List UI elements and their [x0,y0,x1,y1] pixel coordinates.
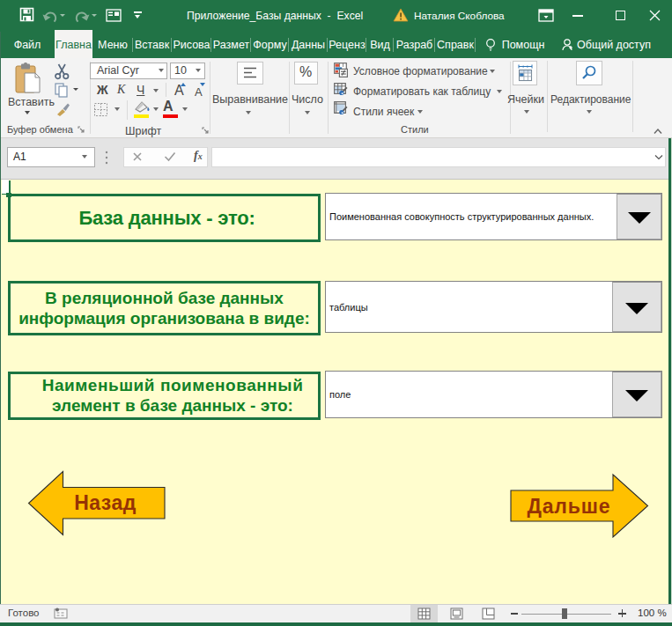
svg-text:Дальше: Дальше [527,495,610,518]
svg-text:Назад: Назад [74,491,137,514]
